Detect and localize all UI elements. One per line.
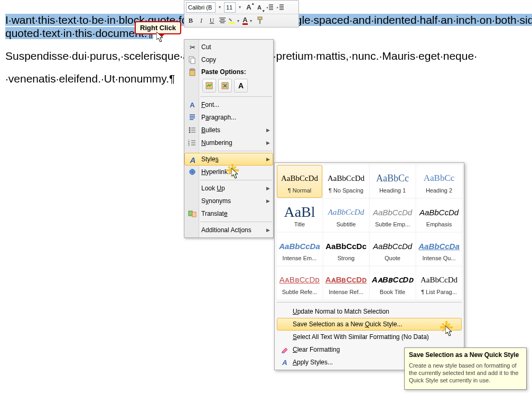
menu-paragraph[interactable]: Paragraph... [184, 111, 273, 124]
gallery-update-normal[interactable]: Update Normal to Match Selection [277, 305, 462, 318]
style-item-intense-em-[interactable]: AaBbCcDaIntense Em... [277, 233, 322, 265]
style-name-label: ¶ List Parag... [421, 289, 457, 295]
menu-translate[interactable]: Translate [184, 207, 273, 220]
style-name-label: Strong [338, 255, 354, 261]
underline-icon[interactable]: U [207, 15, 217, 26]
grow-font-icon[interactable]: A▴ [244, 2, 254, 13]
align-center-icon[interactable] [218, 15, 227, 26]
menu-numbering[interactable]: 123 Numbering ▶ [184, 136, 273, 149]
style-preview: AaBbCc [376, 169, 409, 187]
menu-separator-3 [200, 180, 272, 180]
svg-point-10 [189, 130, 191, 131]
font-color-icon[interactable]: A▾ [242, 15, 255, 26]
menu-font[interactable]: A Font... [184, 98, 273, 111]
style-item-subtle-emp-[interactable]: AaBbCcDdSubtle Emp... [370, 199, 415, 232]
style-item--normal[interactable]: AaBbCcDd¶ Normal [277, 165, 322, 198]
font-size-input[interactable] [224, 2, 236, 13]
chevron-right-icon: ▶ [266, 227, 270, 233]
gallery-clear-formatting-label: Clear Formatting [293, 346, 340, 353]
style-preview: AaBbCcDc [325, 237, 367, 255]
paragraph-icon [188, 113, 197, 122]
style-item-strong[interactable]: AaBbCcDcStrong [323, 233, 369, 265]
chevron-right-icon: ▶ [266, 186, 270, 191]
bullets-icon [188, 125, 197, 135]
style-name-label: ¶ No Spacing [329, 187, 363, 194]
style-preview: AaBbCcDa [279, 237, 320, 255]
style-item-quote[interactable]: AaBbCcDdQuote [370, 233, 415, 265]
shrink-font-icon[interactable]: A▾ [255, 2, 264, 13]
svg-text:3: 3 [188, 143, 190, 146]
style-item-subtle-refe-[interactable]: AᴀBʙCᴄDᴅSubtle Refe... [277, 267, 322, 299]
style-preview: AaBbCcDd [373, 237, 412, 255]
style-item-title[interactable]: AaBlTitle [277, 199, 322, 232]
gallery-select-similar-label: Select All Text With Similar Formatting … [293, 333, 429, 341]
copy-icon [188, 55, 197, 65]
svg-rect-2 [259, 20, 260, 24]
gallery-save-selection[interactable]: Save Selection as a New Quick Style... [277, 318, 462, 331]
style-name-label: Intense Ref... [329, 289, 363, 295]
style-item--list-parag-[interactable]: AaBbCcDd¶ List Parag... [416, 267, 462, 299]
styles-gallery-grid: AaBbCcDd¶ NormalAaBbCcDd¶ No SpacingAaBb… [277, 165, 462, 299]
gallery-select-similar[interactable]: Select All Text With Similar Formatting … [277, 331, 462, 343]
menu-separator-4 [200, 222, 272, 222]
menu-additional-actions-label: Additional Actions [201, 226, 251, 234]
menu-look-up-label: Look Up [201, 185, 225, 192]
callout-label: Right Click [140, 24, 176, 32]
menu-synonyms[interactable]: Synonyms ▶ [184, 195, 273, 207]
style-preview: AaBbCcDd [373, 203, 412, 221]
paste-text-only-icon[interactable]: A [234, 79, 248, 93]
decrease-indent-icon[interactable] [265, 2, 275, 13]
style-item--no-spacing[interactable]: AaBbCcDd¶ No Spacing [323, 165, 369, 198]
style-item-emphasis[interactable]: AaBbCcDdEmphasis [416, 199, 462, 232]
style-preview: AaBbCcDd [281, 169, 318, 187]
increase-indent-icon[interactable] [276, 2, 285, 13]
style-name-label: Intense Em... [283, 255, 317, 261]
paste-merge-icon[interactable] [218, 79, 232, 93]
menu-copy-label: Copy [201, 56, 216, 63]
style-item-heading-2[interactable]: AaBbCcHeading 2 [416, 165, 462, 198]
style-name-label: Title [294, 221, 305, 227]
chevron-right-icon: ▶ [266, 127, 270, 133]
font-name-dropdown-icon[interactable]: ▾ [217, 2, 223, 13]
format-painter-icon[interactable] [256, 15, 265, 26]
menu-cut[interactable]: ✂ Cut [184, 41, 273, 53]
body-text-2: ·venenatis·eleifend.·Ut·nonummy.¶ [5, 72, 175, 85]
menu-cut-label: Cut [201, 43, 211, 51]
font-icon: A [188, 100, 197, 109]
menu-synonyms-label: Synonyms [201, 197, 231, 205]
context-menu: ✂ Cut Copy Paste Options: A A Font... Pa… [184, 39, 274, 238]
chevron-right-icon: ▶ [266, 140, 270, 145]
style-name-label: ¶ Normal [288, 187, 311, 194]
highlight-color-icon[interactable]: ▾ [228, 15, 241, 26]
hyperlink-icon [188, 167, 197, 177]
font-size-dropdown-icon[interactable]: ▾ [237, 2, 243, 13]
style-item-subtitle[interactable]: AaBbCcDdSubtitle [323, 199, 369, 232]
style-item-heading-1[interactable]: AaBbCcHeading 1 [370, 165, 415, 198]
style-item-intense-qu-[interactable]: AaBbCcDaIntense Qu... [416, 233, 462, 265]
font-name-input[interactable] [186, 2, 216, 13]
style-preview: AaBbCcDd [421, 271, 458, 289]
style-item-book-title[interactable]: AᴀBʙCᴄDᴅBook Title [370, 267, 415, 299]
paste-keep-source-icon[interactable] [202, 79, 216, 93]
chevron-right-icon: ▶ [266, 198, 270, 204]
menu-look-up[interactable]: Look Up ▶ [184, 182, 273, 195]
menu-bullets[interactable]: Bullets ▶ [184, 124, 273, 136]
menu-bullets-label: Bullets [201, 126, 220, 134]
italic-icon[interactable]: I [197, 15, 206, 26]
menu-paragraph-label: Paragraph... [201, 114, 236, 121]
style-preview: AᴀBʙCᴄDᴅ [372, 271, 413, 289]
bold-icon[interactable]: B [186, 15, 195, 26]
menu-additional-actions[interactable]: Additional Actions ▶ [184, 224, 273, 236]
menu-copy[interactable]: Copy [184, 53, 273, 66]
style-preview: AaBbCcDd [328, 169, 365, 187]
tooltip-title: Save Selection as a New Quick Style [409, 351, 522, 359]
svg-rect-6 [191, 69, 194, 70]
svg-rect-4 [191, 58, 195, 63]
cursor-arrow-styles [231, 168, 240, 180]
tooltip-save-quick-style: Save Selection as a New Quick Style Crea… [404, 347, 527, 390]
style-name-label: Subtle Emp... [375, 221, 410, 227]
style-item-intense-ref-[interactable]: AᴀBʙCᴄDᴅIntense Ref... [323, 267, 369, 299]
style-preview: AaBbCcDd [419, 203, 459, 221]
translate-icon [188, 209, 197, 218]
svg-point-9 [189, 127, 191, 129]
